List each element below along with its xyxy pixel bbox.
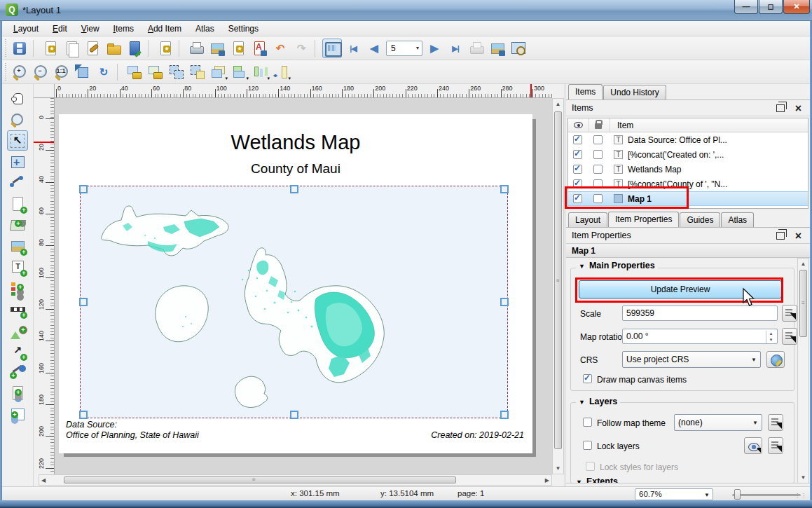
- visible-layers-button[interactable]: [744, 437, 762, 454]
- select-crs-button[interactable]: [766, 351, 785, 368]
- add-map-button[interactable]: [7, 214, 28, 235]
- close-button[interactable]: ✕: [783, 0, 810, 14]
- visibility-checkbox[interactable]: [573, 165, 582, 174]
- first-feature-button[interactable]: |◀: [343, 39, 363, 58]
- refresh-view-button[interactable]: ↻: [94, 62, 113, 82]
- rotation-override-button[interactable]: [782, 328, 797, 345]
- next-feature-button[interactable]: ▶: [425, 39, 444, 58]
- zoom-tool-button[interactable]: [7, 109, 28, 130]
- draw-map-canvas-items-checkbox[interactable]: [583, 374, 592, 383]
- add-items-from-template-button[interactable]: [156, 39, 175, 58]
- close-panel-icon[interactable]: ×: [795, 101, 801, 116]
- distribute-items-button[interactable]: ▾: [251, 62, 270, 82]
- scroll-down-arrow[interactable]: ▼: [553, 465, 563, 472]
- undo-button[interactable]: ↶: [270, 39, 290, 58]
- scroll-down-arrow[interactable]: ▼: [798, 474, 808, 481]
- theme-override-button[interactable]: [768, 414, 783, 431]
- export-as-image-button[interactable]: [207, 39, 227, 58]
- close-panel-icon[interactable]: ×: [795, 228, 801, 244]
- add-legend-button[interactable]: [7, 277, 28, 298]
- save-layout-button[interactable]: [10, 39, 29, 58]
- scroll-up-arrow[interactable]: ▲: [553, 101, 563, 107]
- item-row--concat-created-on-[interactable]: T[%concat('Created on: ',...: [568, 147, 808, 162]
- tab-undo-history[interactable]: Undo History: [603, 85, 666, 99]
- previous-feature-button[interactable]: ◀: [364, 39, 384, 58]
- print-layout-button[interactable]: [186, 39, 206, 58]
- group-items-button[interactable]: [167, 62, 186, 82]
- add-picture-button[interactable]: [7, 235, 28, 256]
- tab-atlas[interactable]: Atlas: [721, 212, 754, 227]
- last-feature-button[interactable]: ▶|: [446, 39, 465, 58]
- lock-checkbox[interactable]: [593, 150, 603, 159]
- tab-item-properties[interactable]: Item Properties: [608, 212, 679, 227]
- canvas-horizontal-scrollbar[interactable]: ◀ ≡ ▶: [39, 474, 552, 486]
- export-as-svg-button[interactable]: [228, 39, 248, 58]
- visibility-checkbox[interactable]: [573, 150, 582, 159]
- scroll-right-arrow[interactable]: ▶: [545, 477, 549, 483]
- map-title-label[interactable]: Wetlands Map: [59, 131, 532, 154]
- horizontal-scroll-thumb[interactable]: ≡: [64, 476, 456, 483]
- lock-layers-override-button[interactable]: [768, 437, 783, 454]
- add-label-button[interactable]: [7, 256, 28, 277]
- add-attribute-table-button[interactable]: [7, 404, 28, 424]
- edit-nodes-item-button[interactable]: [7, 172, 28, 193]
- map-handle-bottom-right[interactable]: [500, 411, 509, 419]
- map-theme-combobox[interactable]: (none) ▼: [674, 414, 762, 431]
- main-properties-header[interactable]: ▼Main Properties: [576, 261, 658, 270]
- map-handle-top-left[interactable]: [79, 185, 88, 193]
- zoom-slider-thumb[interactable]: [734, 489, 741, 500]
- export-as-pdf-button[interactable]: A: [249, 39, 269, 58]
- map-handle-middle-right[interactable]: [500, 298, 509, 306]
- new-layout-button[interactable]: [41, 39, 60, 58]
- map-handle-bottom-middle[interactable]: [290, 411, 298, 419]
- menu-add-item[interactable]: Add Item: [141, 22, 188, 35]
- raise-selected-items-button[interactable]: ▾: [209, 62, 228, 82]
- add-shape-button[interactable]: [7, 320, 28, 340]
- float-panel-icon[interactable]: [776, 104, 785, 112]
- menu-atlas[interactable]: Atlas: [188, 22, 221, 35]
- map-rotation-input[interactable]: 0.00 ° ▲▼: [622, 329, 778, 344]
- ungroup-items-button[interactable]: [188, 62, 207, 82]
- zoom-out-button[interactable]: −: [31, 62, 50, 82]
- rotation-spinner[interactable]: ▲▼: [766, 331, 776, 343]
- menu-items[interactable]: Items: [106, 22, 141, 35]
- map-handle-bottom-left[interactable]: [79, 411, 88, 419]
- lock-layers-checkbox[interactable]: [583, 441, 592, 450]
- data-source-label[interactable]: Data Source: Office of Planning, State o…: [66, 420, 199, 441]
- scroll-left-arrow[interactable]: ◀: [41, 477, 46, 483]
- menu-edit[interactable]: Edit: [46, 22, 74, 35]
- properties-scrollbar[interactable]: ▲ ≡ ▼: [797, 258, 809, 483]
- minimize-button[interactable]: —: [734, 0, 758, 14]
- add-scalebar-button[interactable]: [7, 298, 28, 319]
- menu-settings[interactable]: Settings: [221, 22, 266, 35]
- lock-checkbox[interactable]: [593, 135, 603, 144]
- scroll-up-arrow[interactable]: ▲: [798, 261, 808, 267]
- preview-atlas-button[interactable]: [322, 39, 342, 58]
- follow-map-theme-checkbox[interactable]: [583, 418, 592, 427]
- add-arrow-button[interactable]: ↗: [7, 341, 28, 361]
- select-move-item-button[interactable]: ↖: [7, 130, 28, 151]
- created-on-label[interactable]: Created on: 2019-02-21: [431, 430, 524, 440]
- zoom-in-button[interactable]: +: [10, 62, 29, 82]
- add-page-button[interactable]: [7, 193, 28, 214]
- scale-override-button[interactable]: [782, 305, 797, 322]
- pan-layout-button[interactable]: [7, 88, 28, 109]
- duplicate-layout-button[interactable]: [62, 39, 81, 58]
- zoom-actual-size-button[interactable]: 1:1: [52, 62, 71, 82]
- add-html-button[interactable]: [7, 383, 28, 403]
- export-atlas-button[interactable]: [488, 39, 507, 58]
- extents-header[interactable]: ▼Extents: [576, 476, 618, 483]
- resize-grip[interactable]: ⋮⋮: [794, 493, 807, 499]
- layers-header[interactable]: ▼Layers: [576, 397, 620, 406]
- crs-combobox[interactable]: Use project CRS ▼: [622, 351, 761, 368]
- lock-checkbox[interactable]: [593, 165, 603, 174]
- menu-layout[interactable]: Layout: [6, 22, 46, 35]
- item-row-data-source-office-of-pl[interactable]: TData Source: Office of Pl...: [568, 132, 808, 147]
- maximize-button[interactable]: ◻: [759, 0, 783, 14]
- tab-guides[interactable]: Guides: [680, 212, 720, 227]
- resize-items-button[interactable]: ▾: [272, 62, 291, 82]
- move-item-content-button[interactable]: [7, 151, 28, 172]
- atlas-page-combo[interactable]: 5▾: [386, 41, 422, 56]
- visibility-checkbox[interactable]: [573, 135, 582, 144]
- map-item[interactable]: [80, 186, 508, 418]
